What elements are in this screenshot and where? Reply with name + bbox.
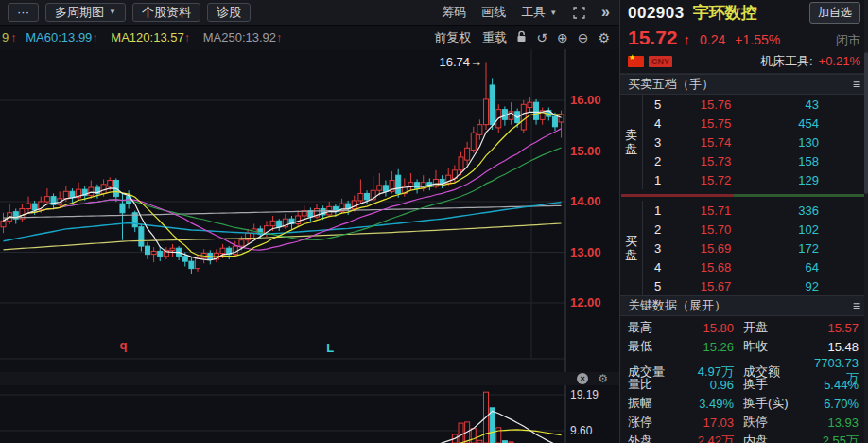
level-volume: 102 bbox=[756, 222, 819, 237]
level-price: 15.73 bbox=[675, 154, 756, 168]
key-value: 15.26 bbox=[675, 340, 743, 354]
key-label: 内盘 bbox=[743, 433, 804, 443]
order-book-menu-icon[interactable]: ≡ bbox=[853, 77, 860, 92]
top-toolbar: ··· 多周期图 ▼ 个股资料 诊股 筹码 画线 工具 ▼ » bbox=[0, 0, 619, 26]
tab-stock-info[interactable]: 个股资料 bbox=[132, 3, 200, 22]
chevron-down-icon: ▼ bbox=[109, 4, 116, 21]
ma-value: MA120:13.57↑ bbox=[111, 30, 189, 44]
level-number: 2 bbox=[643, 222, 675, 237]
chips-link[interactable]: 筹码 bbox=[442, 4, 466, 21]
industry-name[interactable]: 机床工具: bbox=[760, 53, 813, 70]
level-number: 3 bbox=[643, 241, 675, 256]
pane-settings-gear-icon[interactable]: ⚙ bbox=[598, 373, 608, 384]
key-data-row: 量比0.96换手5.44% bbox=[628, 375, 860, 394]
bid-row[interactable]: 315.69172 bbox=[643, 239, 868, 257]
quote-panel: 002903 宇环数控 加自选 15.72 ↑ 0.24 +1.55% 闭市 ★… bbox=[619, 0, 868, 443]
svg-text:16.74→: 16.74→ bbox=[439, 55, 482, 69]
level-price: 15.70 bbox=[675, 222, 756, 237]
level-volume: 454 bbox=[756, 116, 819, 131]
draw-line-link[interactable]: 画线 bbox=[481, 4, 506, 21]
ask-row[interactable]: 415.75454 bbox=[643, 114, 868, 133]
key-value: 5.44% bbox=[804, 378, 860, 392]
more-button[interactable]: ··· bbox=[8, 3, 39, 22]
forward-adjust-link[interactable]: 前复权 bbox=[434, 29, 471, 46]
key-label: 开盘 bbox=[743, 319, 804, 336]
order-book-title: 买卖五档（手） bbox=[628, 76, 714, 93]
reload-link[interactable]: 重载 bbox=[482, 29, 507, 46]
ma-partial-value: 9 bbox=[2, 30, 9, 44]
bid-row[interactable]: 215.70102 bbox=[643, 220, 868, 239]
fullscreen-icon[interactable] bbox=[573, 7, 585, 19]
level-price: 15.76 bbox=[675, 97, 756, 112]
key-label: 量比 bbox=[628, 376, 675, 393]
industry-change: +0.21% bbox=[819, 54, 860, 68]
candlestick-chart[interactable]: 16.0015.0014.0013.0012.0016.74→qL bbox=[0, 49, 619, 372]
level-volume: 43 bbox=[756, 97, 819, 112]
close-pane-icon[interactable]: × bbox=[577, 373, 588, 384]
ask-row[interactable]: 515.7643 bbox=[643, 95, 868, 114]
tab-multi-period-label: 多周期图 bbox=[55, 4, 104, 21]
level-number: 3 bbox=[643, 135, 675, 150]
add-watchlist-button[interactable]: 加自选 bbox=[809, 2, 860, 24]
level-price: 15.68 bbox=[675, 260, 756, 275]
key-label: 最高 bbox=[628, 319, 675, 336]
svg-text:14.00: 14.00 bbox=[570, 194, 601, 208]
key-data-row: 涨停17.03跌停13.93 bbox=[628, 413, 860, 432]
svg-text:13.00: 13.00 bbox=[570, 245, 601, 259]
ask-row[interactable]: 315.74130 bbox=[643, 133, 868, 151]
scrollbar-thumb[interactable] bbox=[864, 52, 868, 194]
level-number: 4 bbox=[643, 116, 675, 131]
sell-strength-bar bbox=[621, 194, 734, 197]
level-price: 15.67 bbox=[675, 279, 756, 293]
level-price: 15.75 bbox=[675, 116, 756, 131]
key-data-header: 关键数据（展开） ≡ bbox=[620, 295, 868, 316]
china-flag-icon: ★ bbox=[628, 56, 644, 67]
svg-text:q: q bbox=[119, 338, 127, 352]
tab-multi-period[interactable]: 多周期图 ▼ bbox=[45, 3, 126, 22]
level-volume: 64 bbox=[756, 260, 819, 275]
currency-badge: CNY bbox=[649, 56, 672, 67]
bid-row[interactable]: 415.6864 bbox=[643, 257, 868, 276]
key-value: 13.93 bbox=[804, 416, 860, 430]
tab-diagnose[interactable]: 诊股 bbox=[207, 3, 251, 22]
stock-code: 002903 bbox=[628, 4, 685, 23]
level-price: 15.71 bbox=[675, 204, 756, 218]
key-data-menu-icon[interactable]: ≡ bbox=[853, 298, 860, 313]
settings-gear-icon[interactable]: ⚙ bbox=[598, 30, 610, 45]
level-number: 2 bbox=[643, 154, 675, 168]
zoom-out-icon[interactable]: ⊖ bbox=[578, 30, 589, 45]
ask-side-label: 卖盘 bbox=[620, 95, 643, 189]
ask-row[interactable]: 115.72129 bbox=[643, 170, 868, 189]
key-value: 2.42万 bbox=[675, 433, 743, 443]
key-label: 振幅 bbox=[628, 395, 675, 412]
zoom-in-icon[interactable]: ⊕ bbox=[557, 30, 568, 45]
key-value: 17.03 bbox=[675, 416, 743, 430]
key-value: 2.55万 bbox=[804, 433, 860, 443]
key-label: 跌停 bbox=[743, 414, 804, 431]
panel-scrollbar[interactable] bbox=[864, 0, 868, 443]
bid-row[interactable]: 115.71336 bbox=[643, 201, 868, 220]
level-price: 15.72 bbox=[675, 173, 756, 187]
tools-label: 工具 bbox=[521, 4, 546, 21]
chevron-down-icon: ▼ bbox=[549, 9, 557, 17]
tools-link[interactable]: 工具 ▼ bbox=[521, 4, 557, 21]
lock-icon[interactable] bbox=[516, 30, 527, 45]
level-number: 5 bbox=[643, 279, 675, 293]
undo-icon[interactable]: ↺ bbox=[536, 30, 547, 45]
price-row: 15.72 ↑ 0.24 +1.55% 闭市 bbox=[620, 26, 868, 49]
key-value: 6.70% bbox=[804, 397, 860, 411]
collapse-panel-icon[interactable]: » bbox=[601, 4, 610, 21]
svg-text:19.19: 19.19 bbox=[570, 388, 599, 401]
key-data-row: 外盘2.42万内盘2.55万 bbox=[628, 432, 860, 443]
bid-row[interactable]: 515.6792 bbox=[643, 276, 868, 295]
pane-divider: × ⚙ bbox=[0, 372, 619, 385]
ask-row[interactable]: 215.73158 bbox=[643, 151, 868, 170]
level-volume: 172 bbox=[756, 241, 819, 256]
last-price: 15.72 bbox=[628, 26, 678, 49]
volume-pane[interactable]: 19.199.60 bbox=[0, 385, 619, 443]
level-number: 5 bbox=[643, 97, 675, 112]
key-value: 3.49% bbox=[675, 397, 743, 411]
chart-region: ··· 多周期图 ▼ 个股资料 诊股 筹码 画线 工具 ▼ » 9 ↑ MA60… bbox=[0, 0, 619, 443]
buy-sell-ratio-bar bbox=[620, 189, 868, 201]
key-data-title[interactable]: 关键数据（展开） bbox=[628, 297, 726, 314]
